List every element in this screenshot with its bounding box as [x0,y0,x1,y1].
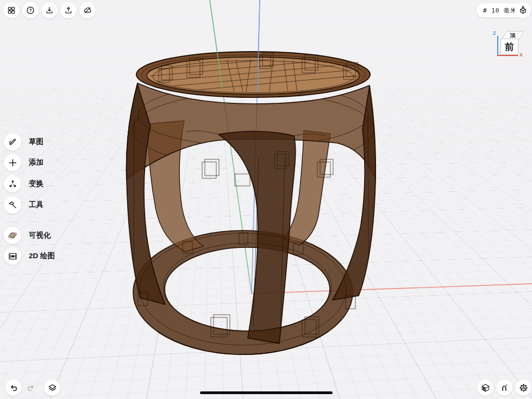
import-icon [45,6,54,15]
sidebar-item-label: 变换 [29,179,43,189]
view-cube[interactable]: Z X 顶 前 [488,26,529,60]
transform-arrows-icon [8,179,17,189]
viewcube-z-axis-line [497,36,498,55]
sidebar-item-label: 可视化 [29,230,51,240]
sidebar-item-label: 2D 绘图 [29,251,55,261]
plus-icon [8,158,17,167]
sidebar-item-transform[interactable]: 变换 [4,175,43,192]
sidebar-item-sketch[interactable]: 草图 [4,133,43,151]
undo-icon [9,383,18,392]
sidebar-item-add[interactable]: 添加 [4,154,43,171]
sidebar-item-label: 草图 [29,137,43,147]
redo-icon [27,383,35,392]
snapping-button[interactable] [496,379,512,396]
viewcube-x-axis-line [497,55,518,56]
viewcube-x-label: X [520,52,523,58]
cloud-offline-icon [83,6,92,15]
sidebar-item-tools[interactable]: 工具 [4,196,43,214]
axis-x-red [252,284,532,294]
sidebar-item-label: 工具 [29,200,43,210]
orbit-view-icon [518,6,528,15]
undo-button[interactable] [5,379,22,396]
stool-bottom-ring [133,230,353,354]
sidebar-item-visualize[interactable]: 可视化 [4,227,51,244]
projects-button[interactable] [3,2,20,18]
view-orientation-button[interactable] [515,2,531,18]
items-panel-button[interactable] [44,379,60,396]
sync-button[interactable] [79,2,96,18]
settings-button[interactable] [515,379,531,396]
3d-viewport[interactable] [0,0,532,399]
pencil-icon [8,138,17,147]
shaded-cube-icon [481,383,490,392]
gear-icon [519,383,528,392]
drawing-sheet-icon [8,252,17,261]
export-button[interactable] [60,2,77,18]
drum-stool-model[interactable] [127,52,376,354]
hammer-icon [8,201,17,210]
home-indicator[interactable] [200,391,333,394]
help-button[interactable]: ? [22,2,39,18]
apps-grid-icon [7,6,16,15]
sidebar-item-2d-drawing[interactable]: 2D 绘图 [4,247,55,265]
app-window: ? # 10 毫米 [0,0,532,399]
stool-seat-top [136,52,370,97]
magnet-icon [500,383,509,392]
help-icon: ? [26,6,35,15]
visualize-planet-icon [8,230,17,240]
export-icon [64,6,73,15]
layers-icon [48,383,57,392]
viewcube-front-face[interactable]: 前 [500,39,518,55]
render-style-button[interactable] [477,379,493,396]
redo-button [23,379,39,396]
sidebar-item-label: 添加 [29,158,43,167]
import-button[interactable] [41,2,58,18]
viewcube-z-label: Z [493,30,496,36]
svg-text:?: ? [29,8,32,13]
